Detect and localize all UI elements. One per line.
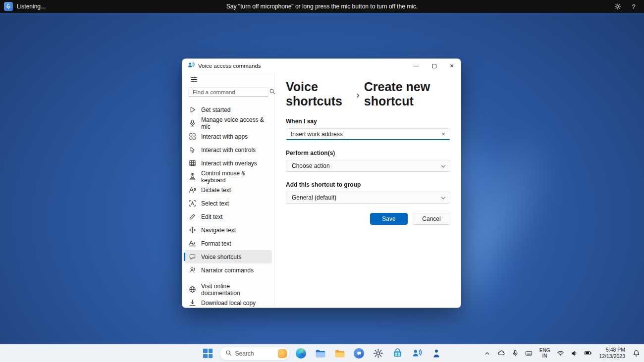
notification-bell-icon[interactable] xyxy=(630,346,642,360)
action-buttons: Save Cancel xyxy=(286,213,450,225)
dictate-text-icon xyxy=(189,186,196,194)
language-switcher[interactable]: ENG IN xyxy=(537,348,553,359)
sidebar-item-voice-shortcuts[interactable]: Voice shortcuts xyxy=(185,250,272,263)
sidebar-item-interact-with-overlays[interactable]: Interact with overlays xyxy=(185,156,272,170)
file-explorer-app-button[interactable] xyxy=(313,346,328,361)
close-button[interactable]: × xyxy=(443,59,461,73)
sidebar-item-label: Interact with overlays xyxy=(201,160,257,167)
overlay-grid-icon xyxy=(189,159,196,167)
sidebar-item-download-local-copy[interactable]: Download local copy xyxy=(185,296,272,308)
store-app-button[interactable] xyxy=(390,346,406,361)
hidden-icons-chevron-icon[interactable] xyxy=(482,346,493,360)
search-icon xyxy=(225,349,232,358)
sidebar-item-label: Select text xyxy=(201,200,229,207)
taskbar-center: Search xyxy=(200,346,444,361)
breadcrumb: Voice shortcuts › Create new shortcut xyxy=(286,80,449,108)
voice-bar-right: ? xyxy=(535,2,644,11)
save-button[interactable]: Save xyxy=(370,213,408,225)
battery-icon[interactable] xyxy=(582,346,594,360)
accessibility-app-button[interactable] xyxy=(429,346,444,361)
sidebar-item-label: Visit online documentation xyxy=(201,283,268,297)
settings-gear-icon xyxy=(373,348,383,359)
when-i-say-input[interactable] xyxy=(291,131,439,138)
mouse-keyboard-icon xyxy=(189,173,196,180)
mic-icon xyxy=(189,119,196,127)
chat-app-button[interactable] xyxy=(351,346,367,361)
accessibility-person-icon xyxy=(431,349,441,359)
voice-help-icon[interactable]: ? xyxy=(629,2,638,11)
onedrive-cloud-icon[interactable] xyxy=(495,346,507,360)
sidebar-nav: Get started Manage voice access & mic In… xyxy=(182,103,274,308)
window-titlebar[interactable]: Voice access commands × xyxy=(182,59,461,73)
voice-access-bar: Listening... Say "turn off microphone" o… xyxy=(0,0,644,13)
sidebar-item-label: Format text xyxy=(201,240,231,247)
hamburger-icon xyxy=(190,76,198,83)
cancel-button[interactable]: Cancel xyxy=(413,213,450,225)
minimize-button[interactable] xyxy=(407,59,425,73)
sidebar-item-navigate-text[interactable]: Navigate text xyxy=(185,223,272,237)
format-text-icon xyxy=(189,240,196,247)
search-highlights-icon xyxy=(278,349,287,358)
group-value: General (default) xyxy=(292,194,336,201)
window-body: Get started Manage voice access & mic In… xyxy=(182,73,461,308)
voice-access-app-button[interactable] xyxy=(409,346,425,361)
edit-text-icon xyxy=(189,213,196,220)
select-text-icon xyxy=(189,200,196,207)
when-i-say-field: × xyxy=(286,128,450,140)
voice-status-text: Listening... xyxy=(17,3,46,10)
play-icon xyxy=(189,106,196,113)
command-search-input[interactable] xyxy=(193,89,269,95)
language-region: IN xyxy=(542,353,547,359)
sidebar-item-dictate-text[interactable]: Dictate text xyxy=(185,183,272,197)
maximize-button[interactable] xyxy=(425,59,443,73)
sidebar-item-narrator-commands[interactable]: Narrator commands xyxy=(185,263,272,277)
voice-bar-left: Listening... xyxy=(0,2,109,11)
settings-app-button[interactable] xyxy=(371,346,386,361)
voice-access-icon xyxy=(412,348,422,359)
sidebar-item-control-mouse-keyboard[interactable]: Control mouse & keyboard xyxy=(185,170,272,183)
sidebar-item-select-text[interactable]: Select text xyxy=(185,197,272,210)
volume-icon[interactable] xyxy=(568,346,580,360)
tray-date: 12/13/2023 xyxy=(599,353,625,360)
chevron-right-icon: › xyxy=(356,88,360,101)
sidebar-item-format-text[interactable]: Format text xyxy=(185,237,272,250)
menu-button[interactable] xyxy=(186,76,201,83)
window-title: Voice access commands xyxy=(198,63,261,69)
globe-icon xyxy=(189,286,196,293)
sidebar-item-get-started[interactable]: Get started xyxy=(185,103,272,116)
start-button[interactable] xyxy=(200,346,216,361)
sidebar-item-online-documentation[interactable]: Visit online documentation xyxy=(185,283,272,296)
screen: Listening... Say "turn off microphone" o… xyxy=(0,0,644,362)
voice-access-mic-button[interactable] xyxy=(4,2,13,11)
sidebar-item-manage-voice-access[interactable]: Manage voice access & mic xyxy=(185,116,272,130)
sidebar-item-label: Edit text xyxy=(201,213,222,220)
sidebar-item-interact-with-apps[interactable]: Interact with apps xyxy=(185,130,272,143)
cursor-icon xyxy=(189,146,196,154)
sidebar-item-interact-with-controls[interactable]: Interact with controls xyxy=(185,143,272,156)
taskbar-search[interactable]: Search xyxy=(219,347,290,361)
edge-icon xyxy=(296,348,306,359)
download-icon xyxy=(189,299,196,307)
clear-input-icon[interactable]: × xyxy=(439,130,448,139)
breadcrumb-voice-shortcuts[interactable]: Voice shortcuts xyxy=(286,80,352,108)
wifi-icon[interactable] xyxy=(554,346,566,360)
apps-grid-icon xyxy=(189,133,196,140)
voice-access-logo-icon xyxy=(187,61,195,71)
tray-mic-icon[interactable] xyxy=(509,346,521,360)
chevron-down-icon xyxy=(441,163,445,167)
group-label: Add this shortcut to group xyxy=(286,181,449,188)
folder-icon xyxy=(334,348,345,359)
touch-keyboard-icon[interactable] xyxy=(523,346,535,360)
folder-app-button[interactable] xyxy=(332,346,348,361)
sidebar-item-edit-text[interactable]: Edit text xyxy=(185,210,272,223)
group-dropdown[interactable]: General (default) xyxy=(286,192,450,204)
chevron-down-icon xyxy=(441,195,445,199)
choose-action-dropdown[interactable]: Choose action xyxy=(286,160,450,172)
sidebar-item-label: Control mouse & keyboard xyxy=(201,170,268,184)
chat-icon xyxy=(354,348,364,359)
voice-settings-gear-icon[interactable] xyxy=(613,2,622,11)
windows-start-icon xyxy=(203,349,213,358)
sidebar: Get started Manage voice access & mic In… xyxy=(182,73,275,308)
clock[interactable]: 5:48 PM 12/13/2023 xyxy=(596,347,628,360)
edge-app-button[interactable] xyxy=(293,346,309,361)
